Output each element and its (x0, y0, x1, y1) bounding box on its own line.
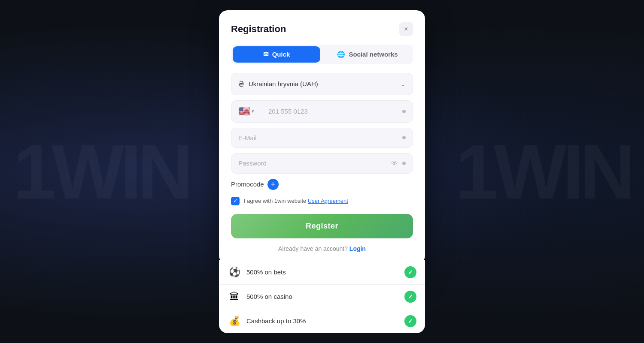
phone-input[interactable] (268, 103, 399, 119)
cashback-icon: 💰 (228, 316, 241, 327)
bets-check-icon: ✓ (404, 266, 416, 278)
casino-label: 500% on casino (246, 293, 399, 300)
bonus-item-bets: ⚽ 500% on bets ✓ (219, 260, 425, 284)
password-input-wrapper: 👁 (231, 153, 413, 174)
phone-input-wrapper: 🇺🇸 ▾ (231, 100, 413, 123)
bg-text-left: 1WIN (13, 127, 189, 216)
email-input-wrapper (231, 128, 413, 148)
tab-social[interactable]: 🌐 Social networks (324, 46, 411, 63)
cashback-label: Cashback up to 30% (246, 317, 399, 325)
divider (263, 106, 263, 117)
email-icon: ✉ (263, 51, 269, 58)
promocode-label: Promocode (231, 181, 264, 188)
login-link[interactable]: Login (349, 245, 366, 252)
tab-quick[interactable]: ✉ Quick (233, 46, 320, 63)
modal-title: Registration (231, 24, 286, 35)
tab-social-label: Social networks (349, 51, 398, 58)
password-input[interactable] (238, 159, 387, 167)
login-prompt-text: Already have an account? (278, 245, 348, 252)
bonus-item-casino: 🏛 500% on casino ✓ (219, 284, 425, 309)
currency-symbol: ₴ (238, 79, 244, 89)
bets-label: 500% on bets (246, 268, 399, 276)
agreement-row: ✓ I agree with 1win website User Agreeme… (231, 197, 413, 205)
flag-icon: 🇺🇸 (238, 106, 250, 117)
chevron-down-icon: ⌄ (401, 81, 406, 87)
login-row: Already have an account? Login (231, 245, 413, 252)
add-promocode-button[interactable]: + (267, 179, 279, 190)
registration-modal: Registration × ✉ Quick 🌐 Social networks… (219, 10, 425, 264)
country-code-selector[interactable]: 🇺🇸 ▾ (235, 102, 258, 120)
promocode-row: Promocode + (231, 179, 413, 190)
toggle-password-icon[interactable]: 👁 (391, 159, 398, 167)
checkmark-icon: ✓ (233, 198, 238, 204)
casino-check-icon: ✓ (404, 291, 416, 303)
email-required-indicator (402, 136, 406, 139)
agreement-text: I agree with 1win website User Agreement (244, 198, 348, 204)
modal-wrapper: Registration × ✉ Quick 🌐 Social networks… (219, 10, 425, 333)
tab-bar: ✉ Quick 🌐 Social networks (231, 45, 413, 64)
close-button[interactable]: × (399, 22, 413, 36)
password-required-indicator (402, 162, 406, 165)
tab-quick-label: Quick (272, 51, 290, 58)
bg-text-right: 1WIN (455, 127, 631, 216)
casino-icon: 🏛 (228, 291, 241, 302)
register-button[interactable]: Register (231, 214, 413, 238)
flag-chevron-icon: ▾ (252, 108, 254, 114)
social-icon: 🌐 (337, 51, 345, 58)
modal-header: Registration × (231, 22, 413, 36)
agreement-checkbox[interactable]: ✓ (231, 197, 240, 205)
currency-label: Ukrainian hryvnia (UAH) (249, 80, 396, 87)
cashback-check-icon: ✓ (404, 315, 416, 327)
required-indicator (402, 110, 406, 113)
bonus-item-cashback: 💰 Cashback up to 30% ✓ (219, 309, 425, 333)
user-agreement-link[interactable]: User Agreement (308, 198, 348, 204)
email-input[interactable] (238, 134, 398, 141)
currency-dropdown[interactable]: ₴ Ukrainian hryvnia (UAH) ⌄ (231, 73, 413, 95)
bets-icon: ⚽ (228, 267, 241, 278)
bonus-panel: ⚽ 500% on bets ✓ 🏛 500% on casino ✓ 💰 Ca… (219, 260, 425, 333)
